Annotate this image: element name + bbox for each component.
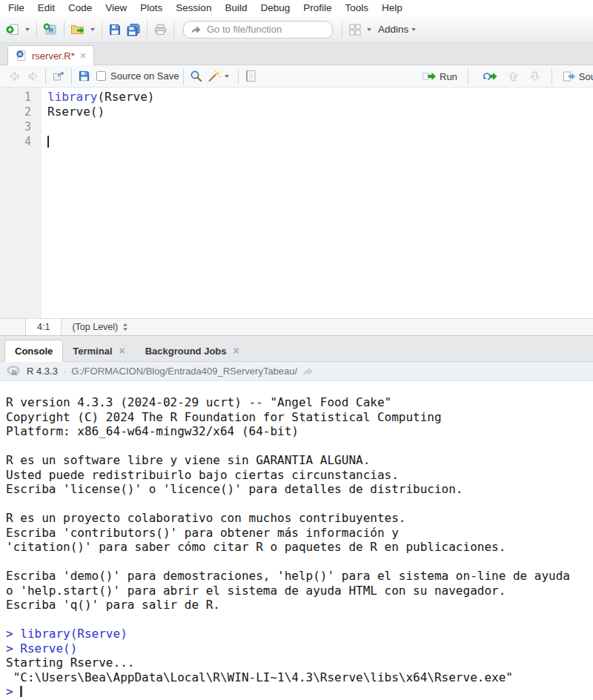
- console-output-line: Escriba 'demo()' para demostraciones, 'h…: [6, 569, 593, 584]
- open-in-new-window-button[interactable]: [50, 67, 67, 85]
- console-output-line: Platform: x86_64-w64-mingw32/x64 (64-bit…: [6, 424, 593, 439]
- menu-code[interactable]: Code: [62, 0, 99, 16]
- chevron-down-icon: [411, 28, 416, 31]
- console-output-line: R es un proyecto colaborativo con muchos…: [6, 511, 593, 526]
- console-output-line: Copyright (C) 2024 The R Foundation for …: [6, 410, 593, 425]
- addins-button[interactable]: Addins: [374, 20, 421, 39]
- menu-edit[interactable]: Edit: [31, 0, 62, 16]
- toolbar-separator: [183, 68, 184, 85]
- menu-session[interactable]: Session: [169, 0, 218, 16]
- editor-gutter: 1234: [0, 88, 42, 318]
- run-button[interactable]: Run: [420, 67, 460, 85]
- tab-console[interactable]: Console: [4, 340, 63, 362]
- tab-label: Console: [15, 346, 53, 357]
- menu-help[interactable]: Help: [375, 0, 409, 16]
- chevron-down-icon[interactable]: [367, 28, 371, 31]
- menu-build[interactable]: Build: [218, 0, 254, 16]
- console-output[interactable]: R version 4.3.3 (2024-02-29 ucrt) -- "An…: [0, 381, 593, 700]
- r-logo-icon: R: [7, 366, 21, 377]
- console-version-bar: R R 4.3.3 · G:/FORMACION/Blog/Entrada409…: [0, 362, 593, 381]
- tab-label: Terminal: [73, 346, 112, 357]
- save-button[interactable]: [76, 67, 93, 85]
- scope-selector[interactable]: (Top Level): [72, 322, 128, 332]
- menu-plots[interactable]: Plots: [133, 0, 169, 16]
- magic-wand-icon: [208, 70, 222, 82]
- console-output-line: Escriba 'license()' o 'licence()' para d…: [6, 482, 593, 497]
- print-icon: [153, 23, 168, 36]
- close-icon[interactable]: ×: [119, 346, 126, 356]
- run-label: Run: [440, 71, 457, 82]
- open-file-button[interactable]: [68, 20, 87, 39]
- menu-profile[interactable]: Profile: [296, 0, 338, 16]
- menu-file[interactable]: File: [1, 0, 31, 16]
- close-icon[interactable]: ×: [79, 50, 87, 61]
- code-line[interactable]: Rserve(): [47, 105, 593, 119]
- toolbar-separator: [468, 68, 468, 85]
- print-button[interactable]: [151, 20, 170, 39]
- source-tabstrip: R rserver.R* ×: [0, 43, 593, 65]
- code-token: (Rserve): [97, 90, 154, 104]
- save-icon: [108, 23, 122, 36]
- tab-title: rserver.R*: [32, 50, 75, 62]
- r-version-label: R 4.3.3: [27, 366, 58, 377]
- chevron-down-icon[interactable]: [25, 28, 30, 31]
- menu-view[interactable]: View: [99, 0, 133, 16]
- r-document-icon: R: [15, 50, 27, 62]
- console-tabstrip: ConsoleTerminal×Background Jobs×: [0, 335, 593, 362]
- code-line[interactable]: library(Rserve): [47, 90, 593, 105]
- editor-code-area[interactable]: library(Rserve)Rserve(): [42, 88, 593, 318]
- new-file-icon: [6, 23, 20, 36]
- console-output-line: R version 4.3.3 (2024-02-29 ucrt) -- "An…: [6, 395, 593, 410]
- console-output-line: "C:\Users\Bea\AppData\Local\R\WIN-LI~1\4…: [6, 670, 593, 685]
- next-chunk-button[interactable]: [526, 67, 543, 85]
- source-button[interactable]: Source: [560, 67, 593, 85]
- console-output-line: [6, 555, 593, 569]
- save-button[interactable]: [106, 20, 124, 39]
- goto-arrow-icon: [190, 24, 202, 36]
- toolbar-separator: [64, 22, 64, 38]
- goto-directory-icon[interactable]: [302, 366, 314, 376]
- toolbar-separator: [342, 22, 342, 38]
- console-output-line: [6, 497, 593, 512]
- find-replace-button[interactable]: [188, 67, 205, 85]
- menu-bar: FileEditCodeViewPlotsSessionBuildDebugPr…: [0, 0, 593, 16]
- new-file-button[interactable]: [4, 20, 22, 39]
- new-project-button[interactable]: R: [41, 20, 60, 39]
- goto-file-input[interactable]: [183, 21, 333, 39]
- tab-rserver-r[interactable]: R rserver.R* ×: [7, 45, 94, 65]
- previous-chunk-button[interactable]: [505, 67, 522, 85]
- forward-arrow-icon: [26, 70, 39, 82]
- tab-terminal[interactable]: Terminal×: [63, 340, 135, 362]
- code-line[interactable]: [47, 134, 593, 149]
- save-all-button[interactable]: [124, 20, 143, 39]
- console-output-line: Starting Rserve...: [6, 656, 593, 670]
- menu-tools[interactable]: Tools: [338, 0, 375, 16]
- toolbar-separator: [551, 68, 552, 85]
- line-number: 1: [0, 90, 42, 105]
- notebook-icon: [245, 70, 256, 82]
- console-command-line: > library(Rserve): [6, 627, 593, 641]
- pane-layout-button[interactable]: [346, 20, 364, 39]
- menu-debug[interactable]: Debug: [254, 0, 296, 16]
- forward-button[interactable]: [24, 67, 42, 85]
- down-arrow-icon: [529, 70, 541, 82]
- back-button[interactable]: [6, 67, 24, 85]
- code-token: Rserve(): [47, 105, 105, 119]
- code-editor[interactable]: 1234 library(Rserve)Rserve(): [0, 88, 593, 318]
- save-all-icon: [126, 23, 141, 36]
- chevron-down-icon[interactable]: [90, 28, 95, 31]
- rerun-button[interactable]: [480, 67, 500, 85]
- open-folder-icon: [70, 23, 85, 36]
- source-on-save-label: Source on Save: [110, 70, 179, 82]
- console-output-line: [6, 439, 593, 454]
- scope-label: (Top Level): [72, 322, 118, 332]
- scope-arrows-icon: [122, 323, 128, 331]
- compile-report-button[interactable]: [242, 67, 259, 85]
- code-line[interactable]: [47, 119, 593, 134]
- code-tools-button[interactable]: [205, 67, 234, 85]
- tab-label: Background Jobs: [145, 346, 227, 357]
- tab-background-jobs[interactable]: Background Jobs×: [136, 340, 250, 362]
- svg-text:R: R: [12, 368, 19, 377]
- source-on-save-checkbox[interactable]: [96, 71, 106, 81]
- close-icon[interactable]: ×: [233, 346, 240, 356]
